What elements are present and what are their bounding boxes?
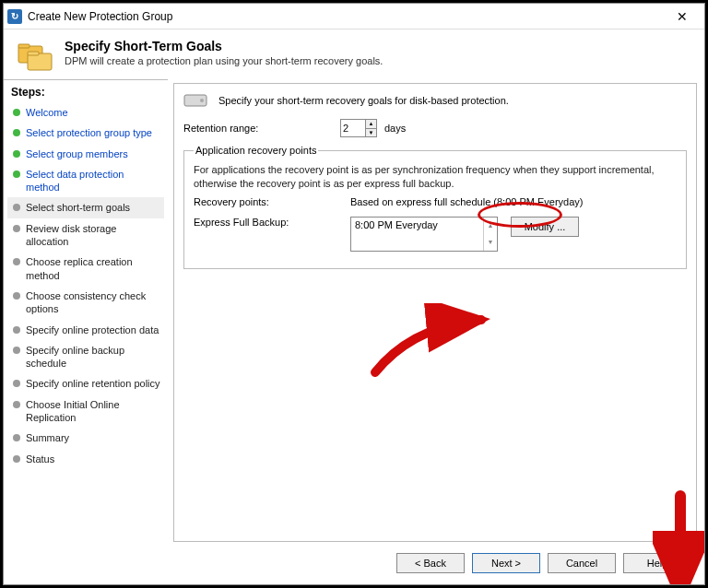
steps-sidebar: Steps: WelcomeSelect protection group ty… — [4, 79, 168, 584]
step-label[interactable]: Welcome — [26, 106, 68, 119]
step-label: Review disk storage allocation — [26, 222, 160, 249]
retention-unit: days — [384, 123, 406, 134]
svg-rect-3 — [28, 52, 39, 55]
disk-icon — [183, 91, 207, 110]
sidebar-step-item: Select short-term goals — [7, 197, 164, 218]
window-title: Create New Protection Group — [28, 10, 664, 23]
step-label[interactable]: Select data protection method — [26, 168, 160, 194]
list-scroll: ▲ ▼ — [483, 218, 497, 251]
next-button[interactable]: Next > — [472, 553, 540, 573]
recovery-points-label: Recovery points: — [194, 196, 350, 207]
svg-point-5 — [200, 99, 204, 102]
step-bullet-icon — [13, 150, 20, 158]
svg-rect-1 — [18, 44, 30, 48]
recovery-description: For applications the recovery point is a… — [194, 163, 677, 191]
spinner-down-icon[interactable]: ▼ — [366, 129, 376, 137]
folder-duo-icon — [17, 39, 53, 74]
step-label: Specify online protection data — [26, 323, 159, 336]
express-schedule-list[interactable]: 8:00 PM Everyday ▲ ▼ — [350, 217, 498, 252]
scroll-down-icon[interactable]: ▼ — [484, 234, 497, 251]
cancel-button[interactable]: Cancel — [548, 553, 616, 573]
page-title: Specify Short-Term Goals — [65, 39, 383, 53]
spinner-up-icon[interactable]: ▲ — [366, 120, 376, 129]
recovery-legend: Application recovery points — [194, 145, 318, 156]
step-bullet-icon — [13, 434, 20, 441]
sidebar-step-item: Review disk storage allocation — [7, 218, 164, 253]
step-label[interactable]: Select protection group type — [26, 126, 152, 139]
retention-input[interactable] — [341, 122, 365, 135]
page-subtitle: DPM will create a protection plan using … — [65, 55, 383, 66]
step-label: Specify online backup schedule — [26, 344, 160, 370]
express-schedule-value: 8:00 PM Everyday — [351, 218, 483, 251]
sidebar-step-item: Choose Initial Online Replication — [7, 394, 164, 429]
sidebar-step-item: Choose replica creation method — [7, 252, 164, 286]
recovery-points-group: Application recovery points For applicat… — [183, 145, 687, 269]
sidebar-step-item[interactable]: Select protection group type — [7, 123, 164, 143]
step-bullet-icon — [13, 347, 20, 354]
step-label: Choose consistency check options — [26, 289, 160, 316]
main-panel: Specify your short-term recovery goals f… — [173, 83, 697, 542]
step-bullet-icon — [13, 326, 20, 334]
step-label: Specify online retention policy — [26, 377, 160, 390]
step-label[interactable]: Select group members — [26, 147, 128, 160]
step-label: Summary — [26, 431, 69, 444]
step-label: Choose Initial Online Replication — [26, 398, 160, 425]
step-bullet-icon — [13, 225, 20, 232]
step-bullet-icon — [13, 171, 20, 178]
steps-heading: Steps: — [7, 86, 164, 102]
sidebar-step-item[interactable]: Select data protection method — [7, 164, 164, 198]
sidebar-step-item: Summary — [7, 428, 164, 448]
step-bullet-icon — [13, 292, 20, 300]
step-bullet-icon — [13, 380, 20, 387]
sidebar-step-item: Specify online retention policy — [7, 373, 164, 394]
step-label: Status — [26, 453, 54, 465]
sidebar-step-item[interactable]: Welcome — [7, 102, 164, 123]
sidebar-step-item[interactable]: Select group members — [7, 144, 164, 164]
sidebar-step-item: Specify online backup schedule — [7, 340, 164, 374]
step-label: Choose replica creation method — [26, 255, 160, 282]
sidebar-step-item: Choose consistency check options — [7, 286, 164, 320]
retention-label: Retention range: — [183, 123, 340, 134]
modify-button[interactable]: Modify ... — [511, 217, 579, 237]
sidebar-step-item: Specify online protection data — [7, 320, 164, 340]
close-icon[interactable]: ✕ — [664, 5, 701, 29]
back-button[interactable]: < Back — [396, 553, 465, 573]
wizard-buttons: < Back Next > Cancel Help — [168, 542, 704, 584]
dialog-window: ↻ Create New Protection Group ✕ Specify … — [3, 3, 705, 585]
step-bullet-icon — [13, 401, 20, 408]
sidebar-step-item: Status — [7, 449, 164, 469]
retention-spinner: ▲ ▼ — [340, 119, 377, 137]
app-icon: ↻ — [7, 9, 22, 24]
svg-rect-2 — [28, 53, 52, 70]
scroll-up-icon[interactable]: ▲ — [484, 218, 497, 234]
wizard-header: Specify Short-Term Goals DPM will create… — [4, 29, 704, 79]
step-label: Select short-term goals — [26, 201, 130, 214]
express-label: Express Full Backup: — [194, 217, 350, 228]
recovery-points-value: Based on express full schedule (8:00 PM … — [350, 196, 584, 207]
step-bullet-icon — [13, 109, 20, 116]
titlebar: ↻ Create New Protection Group ✕ — [4, 4, 704, 29]
intro-text: Specify your short-term recovery goals f… — [218, 95, 509, 106]
help-button[interactable]: Help — [623, 553, 691, 573]
step-bullet-icon — [13, 129, 20, 136]
step-bullet-icon — [13, 455, 20, 463]
step-bullet-icon — [13, 204, 20, 211]
step-bullet-icon — [13, 258, 20, 265]
